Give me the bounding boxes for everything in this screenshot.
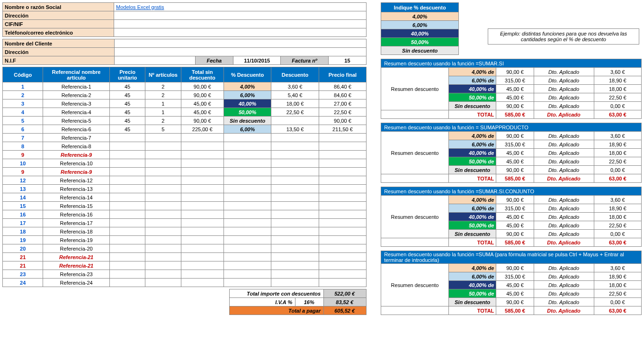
- header-na: Nº artículos: [145, 67, 181, 82]
- company-name-link[interactable]: Modelos Excel gratis: [116, 4, 164, 10]
- client-addr-label: Dirección: [3, 48, 115, 56]
- table-row: 4Referencia-445145,00 €50,00%22,50 €22,5…: [3, 108, 367, 117]
- table-row: 21Referencia-21: [3, 253, 367, 261]
- fecha-value: 11/10/2015: [233, 56, 281, 65]
- totals-subtotal-label: Total importe con descuentos: [230, 289, 324, 298]
- table-row: 10Referencia-10: [3, 159, 367, 168]
- legend-50: 50,00%: [381, 38, 459, 46]
- totals-subtotal-value: 522,00 €: [324, 289, 367, 298]
- legend-40: 40,00%: [381, 29, 459, 38]
- table-row: 12Referencia-12: [3, 176, 367, 185]
- company-addr-label: Dirección: [3, 11, 114, 20]
- table-row: 2Referencia-245290,00 €6,00%5,40 €84,60 …: [3, 91, 367, 99]
- table-row: 18Referencia-18: [3, 227, 367, 236]
- example-note: Ejemplo: distintas funciones para que no…: [488, 28, 639, 45]
- table-row: 1Referencia-145290,00 €4,00%3,60 €86,40 …: [3, 82, 367, 91]
- table-row: 7Referencia-7: [3, 134, 367, 142]
- legend-sin: Sin descuento: [381, 46, 459, 55]
- header-tsd: Total sin descuento: [181, 67, 224, 82]
- client-info: Nombre del Cliente Dirección N.I.F Fecha…: [2, 39, 367, 65]
- header-desc: Descuento: [271, 67, 319, 82]
- factura-label: Factura nº: [281, 56, 328, 65]
- table-row: 19Referencia-19: [3, 236, 367, 244]
- summary-block: Resumen descuento usando la función = SU…: [381, 123, 642, 183]
- table-row: 8Referencia-8: [3, 142, 367, 151]
- header-pd: % Descuento: [224, 67, 271, 82]
- header-pu: Precio unitario: [109, 67, 145, 82]
- summary-block: Resumen descuento usando la función =SUM…: [381, 251, 642, 315]
- fecha-label: Fecha: [195, 56, 233, 65]
- table-row: 20Referencia-20: [3, 244, 367, 253]
- table-row: 6Referencia-6455225,00 €6,00%13,50 €211,…: [3, 125, 367, 134]
- table-row: 24Referencia-24: [3, 279, 367, 287]
- client-nif-label: N.I.F: [3, 56, 115, 65]
- totals-table: Total importe con descuentos522,00 € I.V…: [229, 289, 367, 315]
- totals-iva-label: I.V.A %: [230, 298, 295, 306]
- company-cif-label: CIF/NIF: [3, 20, 114, 28]
- header-ref: Referencia/ nombre artículo: [43, 67, 110, 82]
- table-row: 9Referencia-9: [3, 151, 367, 159]
- legend-6: 6,00%: [381, 21, 459, 29]
- table-row: 13Referencia-13: [3, 185, 367, 193]
- factura-value: 15: [328, 56, 366, 65]
- company-tel-label: Teléfono/correo electrónico: [3, 28, 114, 37]
- table-row: 9Referencia-9: [3, 168, 367, 176]
- discount-legend-title: Indique % descuento: [381, 3, 459, 12]
- table-row: 15Referencia-15: [3, 202, 367, 210]
- table-row: 5Referencia-545290,00 €Sin descuento90,0…: [3, 117, 367, 125]
- table-row: 3Referencia-345145,00 €40,00%18,00 €27,0…: [3, 99, 367, 108]
- summary-block: Resumen descuento usando la función =SUM…: [381, 59, 642, 119]
- header-codigo: Código: [3, 67, 43, 82]
- totals-iva-pct: 16%: [295, 298, 324, 306]
- legend-4: 4,00%: [381, 12, 459, 21]
- summary-block: Resumen descuento usando la función =SUM…: [381, 187, 642, 247]
- table-row: 14Referencia-14: [3, 193, 367, 202]
- totals-total-value: 605,52 €: [324, 306, 367, 315]
- table-row: 16Referencia-16: [3, 210, 367, 219]
- header-pf: Precio final: [319, 67, 366, 82]
- table-row: 21Referencia-21: [3, 261, 367, 270]
- totals-iva-value: 83,52 €: [324, 298, 367, 306]
- table-row: 17Referencia-17: [3, 219, 367, 227]
- items-table: Código Referencia/ nombre artículo Preci…: [2, 67, 367, 287]
- totals-total-label: Total a pagar: [230, 306, 324, 315]
- table-row: 23Referencia-23: [3, 270, 367, 279]
- company-name-label: Nombre o razón Social: [3, 3, 114, 11]
- client-name-label: Nombre del Cliente: [3, 39, 115, 48]
- company-info: Nombre o razón SocialModelos Excel grati…: [2, 2, 367, 37]
- discount-legend: Indique % descuento 4,00% 6,00% 40,00% 5…: [381, 2, 459, 55]
